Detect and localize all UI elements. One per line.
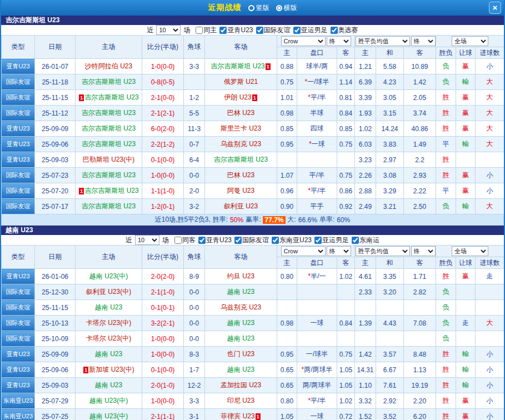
col-score: 比分(半场)	[142, 36, 184, 59]
match-score-cell: 2-0(2-0)	[142, 269, 184, 284]
handicap-result-cell: 赢	[456, 168, 476, 183]
avg-away-cell: 2.05	[404, 90, 436, 106]
filter-checkbox-label: 奥选赛	[338, 26, 358, 35]
match-team-cell: 巴勒斯坦 U23(中)	[76, 152, 142, 168]
handicap-cell: 平/半	[297, 168, 337, 183]
match-count-select[interactable]: 10	[156, 25, 181, 35]
handicap-star: *	[308, 272, 311, 280]
match-count-select[interactable]: 10	[135, 235, 159, 245]
odds-home-cell: 0.96	[277, 183, 297, 199]
filter-checkbox[interactable]	[219, 27, 227, 34]
match-type-cell: 亚青U23	[2, 152, 35, 168]
match-corner-cell: 0-0	[184, 316, 205, 331]
filter-checkbox[interactable]	[196, 27, 203, 34]
match-team-cell: 越南 U23	[205, 284, 277, 300]
team-name: 越南 U23	[227, 319, 254, 327]
avg-final-select[interactable]: 终	[411, 36, 436, 46]
filter-checkbox[interactable]	[198, 237, 206, 244]
win-rate-value: 50%	[230, 216, 243, 224]
full-select[interactable]: 全场	[452, 36, 488, 46]
match-corner-cell: 1-7	[184, 362, 205, 378]
filter-checkbox[interactable]	[314, 237, 322, 244]
odds-away-cell: 1.14	[337, 74, 355, 90]
match-score-cell: 6-0(2-0)	[142, 121, 184, 137]
avg-home-cell: 1.10	[355, 378, 376, 393]
avg-final-select[interactable]: 终	[411, 246, 436, 256]
filter-checkbox[interactable]	[234, 237, 242, 244]
col-handicap: 盘口	[297, 257, 337, 269]
match-type-label: 亚青U23	[2, 362, 34, 377]
avg-select[interactable]: 胜平负均值	[356, 36, 410, 46]
section-kyrgyzstan: 吉尔吉斯斯坦 U23 近 10 场 同主亚青U23国际友谊亚运男足奥选赛 类型 …	[1, 16, 504, 226]
match-type-label: 亚青U23	[2, 152, 34, 167]
matches-body: 亚青U2326-01-07沙特阿拉伯 U231-0(0-0)3-3吉尔吉斯斯坦 …	[2, 59, 504, 214]
team-name: 阿曼 U23	[227, 187, 254, 194]
match-corner-cell: 0-0	[184, 168, 205, 183]
full-group-header: 全场	[436, 246, 504, 257]
filter-checkbox-item: 亚运男足	[293, 26, 328, 35]
filter-checkbox-label: 亚运男足	[301, 26, 328, 35]
match-score-cell: 0-1(0-0)	[142, 362, 184, 378]
avg-draw-cell: 2.97	[376, 152, 404, 168]
avg-draw-cell: 2.92	[376, 393, 404, 409]
handicap-star: *	[304, 78, 307, 86]
match-corner-cell: 1-2	[184, 90, 205, 106]
filter-checkbox[interactable]	[272, 237, 279, 244]
team-name: 卡塔尔 U23(中)	[86, 334, 131, 342]
close-icon[interactable]: ×	[489, 2, 501, 14]
match-type-cell: 亚青U23	[2, 347, 35, 362]
filter-checkbox[interactable]	[293, 27, 301, 34]
match-corner-cell: 0-0	[184, 331, 205, 347]
avg-home-cell: 6.39	[355, 74, 376, 90]
filter-checkbox[interactable]	[256, 27, 263, 34]
match-row: 亚青U2326-01-06越南 U23(中)2-0(2-0)8-9约旦 U230…	[2, 269, 504, 284]
match-team-cell: 叙利亚 U23(中)	[76, 284, 142, 300]
match-date-cell: 25-10-09	[35, 331, 76, 347]
col-result: 胜负	[436, 47, 456, 59]
match-team-cell: 斯里兰卡 U23	[205, 121, 277, 137]
odds-final-select[interactable]: 终	[327, 36, 351, 46]
col-handicap-result: 让球	[456, 257, 476, 269]
match-corner-cell: 12-2	[184, 378, 205, 393]
handicap-result-cell	[456, 331, 476, 347]
handicap-result-cell: 輸	[456, 74, 476, 90]
match-type-label: 亚青U23	[2, 269, 34, 284]
odds-final-select[interactable]: 终	[327, 246, 351, 256]
result-cell: 胜	[436, 121, 456, 137]
match-score-cell: 0-1(0-0)	[142, 152, 184, 168]
filter-checkbox[interactable]	[331, 27, 338, 34]
team-name: 吉尔吉斯斯坦 U23	[82, 109, 136, 117]
filter-checkbox[interactable]	[352, 237, 359, 244]
layout-option-vertical[interactable]: 竖版	[248, 3, 269, 13]
handicap-cell: 一球	[297, 409, 337, 420]
handicap-cell	[297, 300, 337, 316]
goals-result-cell: 大	[476, 121, 504, 137]
col-score: 比分(半场)	[142, 246, 184, 269]
team-name: 巴林 U23	[227, 109, 254, 117]
odds-source-select[interactable]: Crow	[281, 36, 326, 46]
team-name: 吉尔吉斯斯坦 U23	[82, 78, 136, 86]
avg-select[interactable]: 胜平负均值	[356, 246, 410, 256]
filter-checkbox-item: 亚运男足	[314, 236, 349, 245]
team-name: 菲律宾 U23	[221, 412, 254, 420]
layout-option-horizontal[interactable]: 横版	[276, 3, 297, 13]
match-date-cell: 25-11-12	[35, 106, 76, 121]
big-rate-label: 大:	[288, 215, 296, 224]
full-select[interactable]: 全场	[452, 246, 488, 256]
handicap-cell	[297, 152, 337, 168]
odds-source-select[interactable]: Crow	[281, 246, 326, 256]
odds-group-header: Crow 终	[277, 246, 355, 257]
result-cell: 胜	[436, 269, 456, 284]
match-corner-cell: 6-4	[184, 152, 205, 168]
filter-checkbox[interactable]	[174, 237, 182, 244]
col-result: 胜负	[436, 257, 456, 269]
handicap-cell: 平手	[297, 199, 337, 214]
handicap-cell: *平/半	[297, 183, 337, 199]
match-team-cell: 卡塔尔 U23(中)	[76, 316, 142, 331]
odds-home-cell	[277, 331, 297, 347]
odds-away-cell: 0.92	[337, 199, 355, 214]
result-cell: 胜	[436, 90, 456, 106]
recent-results-window: 近期战绩 竖版 横版 × 吉尔吉斯斯坦 U23 近 10 场 同主亚青U23国际…	[0, 0, 505, 420]
avg-draw-cell: 5.58	[376, 59, 404, 74]
odds-rate-label: 赢率:	[246, 215, 261, 224]
